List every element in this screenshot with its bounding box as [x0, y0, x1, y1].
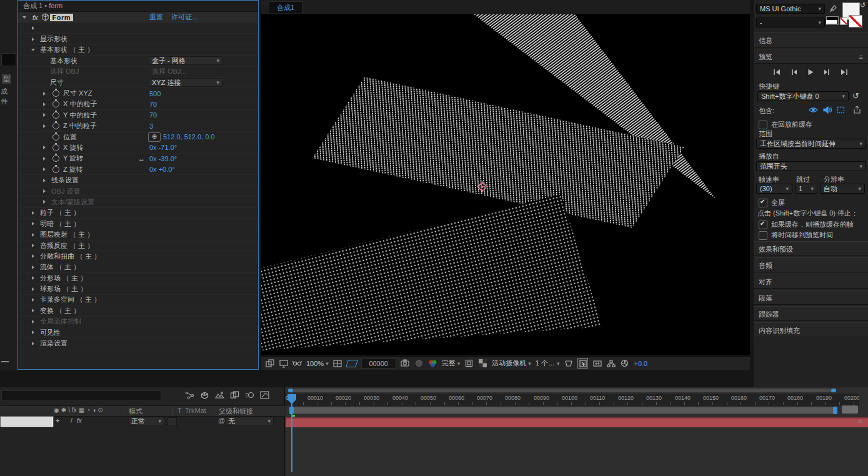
chevron-right-icon[interactable]	[43, 177, 49, 184]
timeline-search-field[interactable]	[1, 390, 161, 401]
play-from-dropdown[interactable]: 范围开头	[756, 161, 866, 171]
swap-colors-icon[interactable]: ↺	[860, 1, 866, 9]
chevron-right-icon[interactable]	[32, 253, 38, 259]
previous-frame-button[interactable]	[787, 67, 800, 76]
resolution-dropdown[interactable]: 完整	[442, 359, 461, 368]
monitor-icon[interactable]	[279, 359, 288, 368]
effect-controls-tab[interactable]: 合成 1 • form	[18, 1, 258, 12]
eyedropper-icon[interactable]	[828, 4, 837, 13]
position-value[interactable]: 512.0, 512.0, 0.0	[163, 133, 215, 141]
work-area-bar[interactable]	[289, 407, 837, 414]
stopwatch-icon[interactable]	[52, 166, 59, 173]
snapshot-camera-icon[interactable]	[401, 359, 410, 368]
chevron-right-icon[interactable]	[43, 112, 49, 118]
stopwatch-icon[interactable]	[52, 144, 59, 151]
chevron-down-icon[interactable]	[32, 47, 38, 53]
3d-glasses-icon[interactable]	[292, 359, 302, 368]
stopwatch-icon[interactable]	[52, 112, 59, 119]
chevron-right-icon[interactable]	[32, 297, 38, 303]
time-ruler[interactable]: 00000 00010 00020 00030 00040 00050 0006…	[286, 394, 859, 405]
reset-shortcut-icon[interactable]: ↺	[852, 91, 859, 101]
parent-dropdown[interactable]: 无	[225, 417, 274, 425]
exposure-value[interactable]: +0.0	[634, 360, 647, 367]
particles-z-value[interactable]: 3	[149, 122, 153, 130]
timeline-zoom-thumb[interactable]	[842, 405, 858, 414]
effect-header-row[interactable]: fx Form 重置 许可证…	[18, 12, 258, 23]
cache-before-playback-checkbox[interactable]	[759, 121, 767, 129]
include-audio-speaker-icon[interactable]	[822, 105, 832, 114]
font-family-dropdown[interactable]: MS UI Gothic	[756, 4, 825, 14]
chevron-right-icon[interactable]	[43, 156, 49, 162]
effect-name[interactable]: Form	[50, 14, 74, 21]
active-camera-dropdown[interactable]: 活动摄像机	[492, 359, 531, 368]
fullscreen-checkbox[interactable]	[759, 199, 767, 207]
chevron-right-icon[interactable]	[32, 286, 38, 292]
license-link[interactable]: 许可证…	[171, 12, 199, 22]
region-of-interest-icon[interactable]	[464, 359, 474, 368]
frame-blend-icon[interactable]	[230, 390, 239, 400]
share-icon[interactable]	[852, 105, 862, 114]
transparency-grid-icon[interactable]	[478, 359, 487, 368]
skip-dropdown[interactable]: 1	[795, 184, 817, 194]
move-time-checkbox[interactable]	[759, 231, 767, 240]
chevron-right-icon[interactable]	[32, 307, 38, 314]
effect-group-row-line-settings[interactable]: 线条设置	[18, 175, 258, 186]
chevron-right-icon[interactable]	[43, 91, 49, 97]
effect-group-row-kaleidospace[interactable]: 卡莱多空间 （ 主 ）	[18, 295, 258, 305]
chevron-right-icon[interactable]	[32, 210, 38, 216]
layer-av-icon[interactable]: ✦	[55, 417, 60, 424]
effect-group-row[interactable]	[18, 23, 258, 34]
size-mode-dropdown[interactable]: XYZ 连接	[149, 78, 222, 87]
effect-group-row-audio-react[interactable]: 音频反应 （ 主 ）	[18, 240, 258, 251]
play-cached-checkbox[interactable]	[759, 221, 767, 229]
time-navigator-bar[interactable]	[288, 389, 836, 392]
play-cached-row[interactable]: 如果缓存，则播放缓存的帧	[759, 220, 854, 229]
z-rotation-value[interactable]: 0x +0.0°	[149, 166, 175, 173]
move-time-row[interactable]: 将时间移到预览时间	[759, 231, 833, 240]
grid-guides-icon[interactable]	[333, 359, 342, 368]
chevron-right-icon[interactable]	[32, 264, 38, 270]
flyout-views-icon[interactable]	[265, 359, 274, 368]
info-panel-header[interactable]: 信息	[754, 32, 868, 47]
position-crosshair-button[interactable]: ⊕	[148, 132, 161, 142]
next-frame-button[interactable]	[821, 67, 834, 76]
trkmat-column-header[interactable]: TrkMat	[185, 407, 206, 414]
font-style-dropdown[interactable]: -	[756, 17, 825, 27]
effect-group-row-base-form[interactable]: 基本形状 （ 主 ）	[18, 45, 258, 56]
include-overlays-icon[interactable]	[836, 105, 846, 114]
exposure-shutter-icon[interactable]	[620, 359, 629, 368]
effect-group-row-particle[interactable]: 粒子 （ 主 ）	[18, 208, 258, 219]
play-button[interactable]	[804, 67, 817, 76]
parent-link-column-header[interactable]: 父级和链接	[219, 407, 253, 416]
composition-tab[interactable]: 合成1	[269, 1, 302, 13]
stopwatch-icon[interactable]	[52, 155, 59, 162]
particles-y-value[interactable]: 70	[149, 111, 157, 119]
magnification-dropdown[interactable]: 100%	[306, 360, 329, 367]
chevron-right-icon[interactable]	[43, 166, 49, 172]
base-form-dropdown[interactable]: 盒子 - 网格	[149, 56, 222, 65]
no-color-swatch-small[interactable]	[840, 17, 847, 25]
layer-quality-icon[interactable]: /	[71, 417, 72, 424]
layer-duration-bar[interactable]	[286, 417, 868, 427]
shared-view-icon[interactable]	[577, 358, 588, 369]
effect-group-row-visibility[interactable]: 可见性	[18, 327, 258, 338]
chevron-right-icon[interactable]	[32, 242, 38, 249]
chevron-right-icon[interactable]	[32, 329, 38, 335]
composition-mini-flowchart-icon[interactable]	[185, 390, 194, 400]
current-time-field[interactable]: 00000	[361, 359, 396, 369]
shortcut-dropdown[interactable]: Shift+数字小键盘 0	[757, 91, 849, 101]
layer-row[interactable]: ✦ / fx 正常 @ 无	[0, 416, 285, 427]
chevron-right-icon[interactable]	[32, 36, 38, 42]
chevron-right-icon[interactable]	[32, 25, 38, 31]
stopwatch-icon[interactable]	[52, 90, 59, 97]
stopwatch-icon[interactable]	[52, 134, 59, 141]
first-frame-button[interactable]	[771, 67, 783, 76]
effect-group-row-transform[interactable]: 变换 （ 主 ）	[18, 305, 258, 316]
content-aware-fill-panel-header[interactable]: 内容识别填充	[754, 322, 868, 337]
stopwatch-icon[interactable]	[52, 122, 59, 129]
graph-editor-icon[interactable]	[260, 390, 269, 400]
navigator-end-handle[interactable]	[831, 389, 836, 392]
effect-group-row-fractal-field[interactable]: 分形场 （ 主 ）	[18, 273, 258, 284]
hide-shy-layers-icon[interactable]	[215, 390, 224, 400]
collapse-chevrons-icon[interactable]: «	[858, 417, 862, 425]
